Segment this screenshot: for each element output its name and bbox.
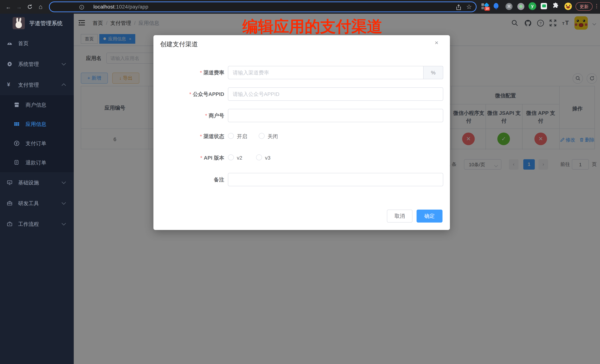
form-row-appid: *公众号APPID: [153, 87, 450, 101]
remark-input[interactable]: [228, 173, 443, 186]
required-asterisk: *: [200, 155, 202, 161]
browser-chrome: ← → ⌂ localhost:1024/pay/app ☆ 10: [0, 0, 600, 14]
form-row-remark: 备注: [153, 173, 450, 186]
confirm-button[interactable]: 确定: [417, 209, 442, 223]
sidebar-item-merchant-info[interactable]: 商户信息: [0, 95, 74, 114]
sidebar-item-workflow[interactable]: 工作流程: [0, 214, 74, 234]
browser-home-icon[interactable]: ⌂: [37, 3, 44, 10]
browser-forward-icon[interactable]: →: [16, 3, 23, 10]
sidebar-item-home[interactable]: 首页: [0, 33, 74, 54]
share-icon[interactable]: [456, 4, 461, 10]
rate-suffix: %: [423, 66, 443, 79]
site-info-icon[interactable]: [79, 5, 84, 10]
rate-input[interactable]: [228, 66, 443, 79]
chevron-down-icon: [62, 221, 66, 226]
extension-command-icon[interactable]: ⌘: [506, 3, 513, 10]
api-v3-radio[interactable]: v3: [256, 151, 271, 164]
merchant-id-input[interactable]: [228, 109, 443, 122]
sidebar-item-app-info[interactable]: 应用信息: [0, 114, 74, 134]
form-row-api-version: *API 版本 v2 v3: [153, 151, 450, 164]
sidebar-item-refund-orders[interactable]: 退款订单: [0, 153, 74, 172]
radio-circle-icon: [259, 133, 265, 139]
extension-dot-icon[interactable]: [517, 3, 525, 10]
radio-circle-icon: [228, 155, 234, 160]
screen: ← → ⌂ localhost:1024/pay/app ☆ 10: [0, 0, 600, 364]
required-asterisk: *: [200, 133, 202, 139]
status-open-radio[interactable]: 开启: [228, 130, 247, 143]
api-v2-radio[interactable]: v2: [228, 151, 242, 164]
browser-update-button[interactable]: 更新: [576, 2, 593, 11]
grid-table-icon: [14, 121, 19, 127]
chevron-down-icon: [62, 180, 66, 184]
radio-circle-icon: [256, 155, 262, 160]
app-logo[interactable]: [13, 17, 25, 29]
create-pay-channel-dialog: 创建支付渠道 × *渠道费率 % *公众号APPID *商户号 *渠道状态 开启…: [153, 35, 450, 230]
form-row-mchid: *商户号: [153, 109, 450, 122]
app-title: 芋道管理系统: [29, 20, 63, 27]
url-bar[interactable]: localhost:1024/pay/app ☆: [49, 1, 477, 12]
browser-back-icon[interactable]: ←: [5, 3, 12, 10]
sidebar-item-payment[interactable]: ¥ 支付管理: [0, 74, 74, 95]
extension-tasks-icon[interactable]: 10: [481, 3, 490, 11]
annotation-title: 编辑应用的支付渠道: [242, 16, 383, 37]
extension-y-icon[interactable]: y: [528, 2, 536, 10]
chevron-up-icon: [62, 83, 66, 88]
appid-input[interactable]: [228, 87, 443, 101]
sidebar-item-dev-tools[interactable]: 研发工具: [0, 193, 74, 214]
cancel-button[interactable]: 取消: [387, 209, 412, 223]
status-closed-radio[interactable]: 关闭: [259, 130, 278, 143]
briefcase-icon: [7, 221, 12, 227]
extensions-puzzle-icon[interactable]: [552, 3, 559, 9]
form-row-status: *渠道状态 开启 关闭: [153, 130, 450, 143]
bookmark-star-icon[interactable]: ☆: [466, 3, 472, 11]
gear-icon: [7, 62, 12, 67]
radio-circle-icon: [228, 133, 234, 139]
url-text[interactable]: localhost:1024/pay/app: [94, 3, 149, 10]
extension-balloon-icon[interactable]: [494, 3, 498, 9]
required-asterisk: *: [189, 91, 191, 97]
storefront-icon: [14, 102, 19, 107]
url-host: localhost: [94, 4, 114, 10]
dashboard-icon: [7, 41, 12, 46]
required-asterisk: *: [205, 113, 207, 118]
url-path: :1024/pay/app: [114, 4, 149, 10]
profile-avatar-emoji[interactable]: [564, 3, 572, 10]
required-asterisk: *: [200, 70, 202, 75]
yen-icon: ¥: [7, 82, 12, 87]
sidebar-item-infrastructure[interactable]: 基础设施: [0, 172, 74, 193]
toolbox-icon: [7, 201, 12, 206]
chevron-down-icon: [62, 200, 66, 205]
extension-badge: 10: [484, 7, 490, 11]
sidebar-item-system[interactable]: 系统管理: [0, 54, 74, 74]
browser-reload-icon[interactable]: [26, 3, 33, 10]
browser-menu-icon[interactable]: ⋮: [594, 3, 599, 9]
form-row-rate: *渠道费率 %: [153, 66, 450, 79]
monitor-icon: [7, 180, 12, 185]
document-icon: [14, 160, 19, 165]
sidebar: 芋道管理系统 首页 系统管理 ¥ 支付管理 商户信息: [0, 14, 74, 364]
coin-yen-icon: [14, 141, 19, 146]
extension-chat-icon[interactable]: [541, 3, 547, 9]
dialog-title: 创建支付渠道: [160, 40, 198, 48]
sidebar-submenu-payment: 商户信息 应用信息 支付订单 退款订单: [0, 95, 74, 172]
sidebar-item-pay-orders[interactable]: 支付订单: [0, 134, 74, 153]
dialog-close-icon[interactable]: ×: [432, 38, 441, 47]
chevron-down-icon: [62, 61, 66, 65]
